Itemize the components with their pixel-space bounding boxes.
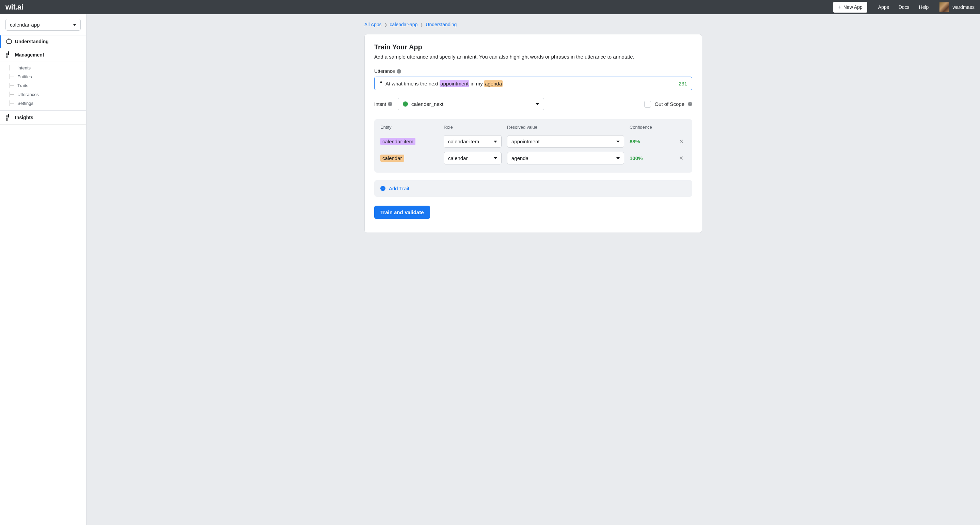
trait-panel: + Add Trait [374,180,692,197]
train-validate-button[interactable]: Train and Validate [374,206,430,219]
new-app-button[interactable]: + New App [833,2,867,13]
chevron-down-icon [616,141,620,143]
new-app-label: New App [843,5,862,10]
col-role: Role [444,125,501,130]
intent-select[interactable]: calender_next [398,98,544,110]
col-resolved: Resolved value [507,125,624,130]
logo: wit.ai [5,3,23,11]
breadcrumb: All Apps ❯ calendar-app ❯ Understanding [364,22,702,27]
role-select[interactable]: calendar [444,152,501,164]
utterance-input[interactable]: ❝ At what time is the next appointment i… [374,76,692,90]
plus-icon: + [838,4,841,10]
sidebar-sub-traits[interactable]: Traits [10,81,86,90]
chevron-down-icon [494,141,497,143]
entity-panel: Entity Role Resolved value Confidence ca… [374,119,692,173]
resolved-select[interactable]: agenda [507,152,624,164]
remove-entity-button[interactable]: ✕ [676,138,686,145]
highlight-entity-2[interactable]: agenda [484,80,503,87]
entity-chip[interactable]: calendar [380,154,404,162]
sidebar-sub-settings[interactable]: Settings [10,99,86,108]
sidebar-item-understanding[interactable]: Understanding [0,35,86,48]
main: All Apps ❯ calendar-app ❯ Understanding … [86,14,980,525]
entity-chip[interactable]: calendar-item [380,138,415,145]
management-submenu: Intents Entities Traits Utterances Setti… [0,62,86,110]
nav-help[interactable]: Help [919,5,929,10]
chevron-right-icon: ❯ [420,23,423,27]
chevron-down-icon [616,157,620,159]
page-title: Train Your App [374,43,692,51]
avatar[interactable] [939,2,949,12]
utterance-label: Utterance i [374,68,692,74]
username: wardmaes [952,5,975,10]
sidebar-item-insights[interactable]: Insights [0,111,86,125]
breadcrumb-page[interactable]: Understanding [426,22,457,27]
col-entity: Entity [380,125,438,130]
sidebar-sub-entities[interactable]: Entities [10,72,86,81]
sidebar-sub-utterances[interactable]: Utterances [10,90,86,99]
out-of-scope-checkbox[interactable] [644,101,651,108]
entity-row: calendar calendar agenda 100% ✕ [380,150,686,167]
plus-circle-icon: + [380,186,385,191]
highlight-entity-1[interactable]: appointment [440,80,469,87]
remove-entity-button[interactable]: ✕ [676,155,686,161]
robot-icon [6,40,11,44]
breadcrumb-app[interactable]: calendar-app [390,22,418,27]
info-icon[interactable]: i [388,102,392,106]
add-trait-button[interactable]: + Add Trait [380,186,686,191]
nav-apps[interactable]: Apps [878,5,889,10]
chevron-down-icon [536,103,539,105]
app-selector-value: calendar-app [10,22,40,27]
col-confidence: Confidence [630,125,670,130]
confidence-value: 88% [630,138,670,144]
app-selector[interactable]: calendar-app [5,19,81,31]
status-dot-icon [403,102,408,107]
chevron-right-icon: ❯ [385,23,387,27]
train-card: Train Your App Add a sample utterance an… [364,34,702,233]
chevron-down-icon [73,24,76,26]
info-icon[interactable]: i [397,69,401,73]
info-icon[interactable]: i [688,102,692,106]
bars-icon [6,114,11,121]
sidebar-item-label: Understanding [15,39,49,44]
nav-docs[interactable]: Docs [899,5,910,10]
chevron-down-icon [494,157,497,159]
breadcrumb-all-apps[interactable]: All Apps [364,22,382,27]
out-of-scope-label: Out of Scope [654,101,684,107]
page-subtitle: Add a sample utterance and specify an in… [374,54,692,60]
sidebar-item-label: Management [15,52,44,57]
sidebar: calendar-app Understanding Management In… [0,14,86,525]
entity-row: calendar-item calendar-item appointment … [380,133,686,150]
intent-value: calender_next [411,101,443,107]
bars-icon [6,51,11,58]
quote-icon: ❝ [379,80,382,86]
sidebar-item-label: Insights [15,115,33,120]
intent-label: Intent i [374,102,392,107]
role-select[interactable]: calendar-item [444,135,501,148]
char-count: 231 [679,81,687,86]
sidebar-sub-intents[interactable]: Intents [10,63,86,72]
sidebar-item-management[interactable]: Management [0,48,86,62]
topbar: wit.ai + New App Apps Docs Help wardmaes [0,0,980,14]
confidence-value: 100% [630,155,670,161]
resolved-select[interactable]: appointment [507,135,624,148]
utterance-text[interactable]: At what time is the next appointment in … [385,81,675,86]
